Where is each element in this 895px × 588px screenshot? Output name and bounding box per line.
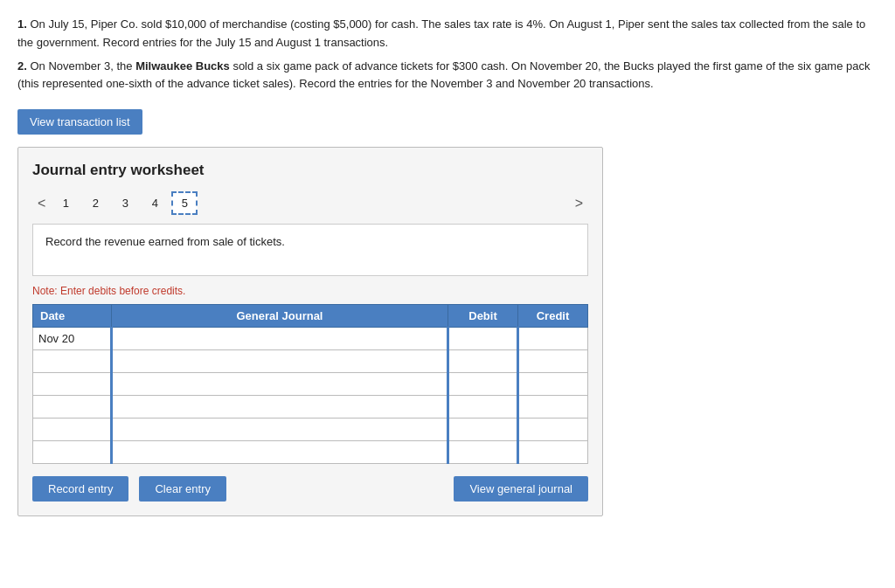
date-cell-1 — [33, 350, 112, 373]
table-row — [33, 350, 588, 373]
debit-cell-3[interactable] — [448, 396, 518, 419]
next-tab-arrow[interactable]: > — [570, 194, 588, 213]
gj-cell-4[interactable] — [112, 419, 448, 441]
gj-cell-5[interactable] — [112, 441, 448, 464]
tab-1[interactable]: 1 — [52, 191, 79, 215]
problem-text: 1. On July 15, Piper Co. sold $10,000 of… — [17, 16, 878, 93]
journal-table: Date General Journal Debit Credit Nov 20 — [32, 304, 588, 464]
date-cell-0: Nov 20 — [33, 328, 112, 350]
tab-3[interactable]: 3 — [112, 191, 138, 215]
date-cell-4 — [33, 419, 112, 441]
journal-entry-worksheet: Journal entry worksheet < 1 2 3 4 5 > Re… — [17, 147, 603, 516]
credit-cell-1[interactable] — [518, 350, 588, 373]
record-entry-button[interactable]: Record entry — [32, 476, 128, 502]
date-cell-2 — [33, 373, 112, 396]
gj-cell-1[interactable] — [112, 350, 448, 373]
debit-cell-4[interactable] — [448, 419, 518, 441]
credit-cell-2[interactable] — [518, 373, 588, 396]
col-header-date: Date — [33, 305, 112, 328]
credit-cell-5[interactable] — [518, 441, 588, 464]
problem-1: 1. On July 15, Piper Co. sold $10,000 of… — [17, 16, 878, 52]
table-row — [33, 396, 588, 419]
table-row — [33, 441, 588, 464]
gj-cell-2[interactable] — [112, 373, 448, 396]
worksheet-title: Journal entry worksheet — [32, 162, 588, 179]
view-transaction-list-button[interactable]: View transaction list — [17, 109, 142, 135]
col-header-debit: Debit — [448, 305, 518, 328]
debit-cell-2[interactable] — [448, 373, 518, 396]
date-cell-3 — [33, 396, 112, 419]
view-general-journal-button[interactable]: View general journal — [454, 476, 588, 502]
debit-cell-0[interactable] — [448, 328, 518, 350]
credit-cell-4[interactable] — [518, 419, 588, 441]
table-row — [33, 373, 588, 396]
debit-cell-5[interactable] — [448, 441, 518, 464]
clear-entry-button[interactable]: Clear entry — [139, 476, 226, 502]
credit-cell-0[interactable] — [518, 328, 588, 350]
col-header-general-journal: General Journal — [112, 305, 448, 328]
tab-5[interactable]: 5 — [171, 191, 198, 215]
note-text: Note: Enter debits before credits. — [32, 285, 588, 297]
gj-cell-3[interactable] — [112, 396, 448, 419]
debit-cell-1[interactable] — [448, 350, 518, 373]
gj-cell-0[interactable] — [112, 328, 448, 350]
tab-2[interactable]: 2 — [82, 191, 108, 215]
tab-4[interactable]: 4 — [142, 191, 168, 215]
problem-2: 2. On November 3, the Milwaukee Bucks so… — [17, 58, 878, 94]
date-cell-5 — [33, 441, 112, 464]
table-row: Nov 20 — [33, 328, 588, 350]
credit-cell-3[interactable] — [518, 396, 588, 419]
bottom-buttons: Record entry Clear entry View general jo… — [32, 476, 588, 502]
table-row — [33, 419, 588, 441]
tab-navigation: < 1 2 3 4 5 > — [32, 191, 588, 215]
col-header-credit: Credit — [518, 305, 588, 328]
instruction-box: Record the revenue earned from sale of t… — [32, 224, 588, 276]
prev-tab-arrow[interactable]: < — [32, 194, 51, 213]
